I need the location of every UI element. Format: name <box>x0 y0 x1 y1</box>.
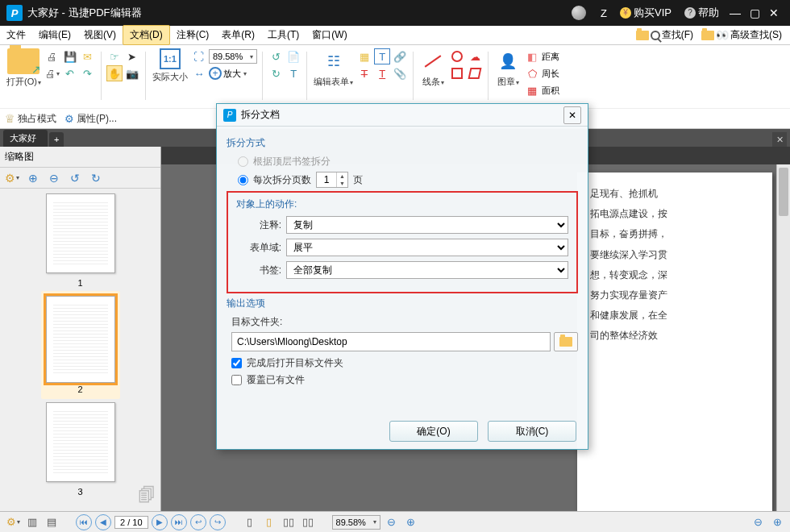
sb-zoom-in-icon[interactable]: ⊕ <box>403 514 419 530</box>
thumbnail-page[interactable] <box>46 193 115 273</box>
menu-form[interactable]: 表单(R) <box>215 26 261 44</box>
thumbnail-page[interactable] <box>46 296 115 383</box>
print-icon[interactable]: 🖨 <box>44 48 60 64</box>
save-icon[interactable]: 💾 <box>62 48 78 64</box>
area-label[interactable]: 面积 <box>542 85 559 97</box>
stamp-button[interactable]: 👤 图章▾ <box>493 48 522 88</box>
cancel-button[interactable]: 取消(C) <box>488 421 576 442</box>
spinner-up-icon[interactable]: ▲ <box>337 172 347 180</box>
attach-icon[interactable]: 📎 <box>392 65 408 81</box>
cursor-hand-icon[interactable]: ☞ <box>106 48 123 64</box>
first-page-button[interactable]: ⏮ <box>76 514 92 530</box>
forward-button[interactable]: ↪ <box>210 514 226 530</box>
status-options-icon[interactable]: ⚙▾ <box>5 514 21 530</box>
radio-per-pages-row[interactable]: 每次拆分页数 ▲▼ 页 <box>238 172 578 188</box>
polygon-icon[interactable] <box>467 65 483 81</box>
pages-spinner[interactable]: ▲▼ <box>316 172 348 188</box>
thumb-enlarge-icon[interactable]: ⊕ <box>24 169 42 187</box>
sb-view1-icon[interactable]: ▯ <box>242 514 258 530</box>
oval-icon[interactable] <box>449 48 465 64</box>
lines-button[interactable]: 线条▾ <box>418 48 447 88</box>
redo-icon[interactable]: ↷ <box>80 65 96 81</box>
thumbnail-page[interactable] <box>46 402 115 482</box>
globe-icon[interactable] <box>572 6 586 20</box>
print-dd-icon[interactable]: 🖨▾ <box>44 65 60 81</box>
link-icon[interactable]: 🔗 <box>392 48 408 64</box>
hand-tool-icon[interactable]: ✋ <box>106 65 123 81</box>
back-button[interactable]: ↩ <box>190 514 206 530</box>
doc-props-icon[interactable]: 📄 <box>285 48 301 64</box>
edit-form-button[interactable]: ☷ 编辑表单▾ <box>312 48 355 88</box>
buy-vip-button[interactable]: ¥购买VIP <box>620 6 672 20</box>
text-tool-icon[interactable]: T <box>285 65 301 81</box>
scrollbar-thumb[interactable] <box>779 168 788 216</box>
menu-document[interactable]: 文档(D) <box>123 25 170 45</box>
radio-per-pages[interactable] <box>238 175 248 185</box>
dest-folder-input[interactable] <box>231 332 551 351</box>
area-icon[interactable]: ▦ <box>524 82 540 98</box>
sb-view2-icon[interactable]: ▯ <box>261 514 277 530</box>
thumb-shrink-icon[interactable]: ⊖ <box>45 169 63 187</box>
fit-width-icon[interactable]: ↔ <box>191 65 207 81</box>
user-label[interactable]: Z <box>601 7 607 19</box>
advanced-find-button[interactable]: 👀高级查找(S) <box>698 27 785 44</box>
select-comment-action[interactable]: 复制 <box>286 216 568 234</box>
rect-icon[interactable] <box>449 65 465 81</box>
help-button[interactable]: ?帮助 <box>684 6 719 20</box>
sb-layout1-icon[interactable]: ▥ <box>24 514 40 530</box>
doc-tab-1[interactable]: 大家好 <box>3 130 48 147</box>
minimize-button[interactable]: — <box>726 6 745 19</box>
prev-page-button[interactable]: ◀ <box>95 514 111 530</box>
sb-zoom-out2-icon[interactable]: ⊖ <box>750 514 766 530</box>
perimeter-label[interactable]: 周长 <box>542 68 559 80</box>
ok-button[interactable]: 确定(O) <box>389 421 478 442</box>
sb-layout2-icon[interactable]: ▤ <box>44 514 60 530</box>
dialog-titlebar[interactable]: P 拆分文档 ✕ <box>217 104 588 127</box>
pdf-page[interactable]: 足现有、抢抓机 拓电源点建设，按 目标，奋勇拼搏， 要继续深入学习贯 想，转变观… <box>577 172 772 511</box>
exclusive-mode-button[interactable]: ♕独占模式 <box>5 112 56 126</box>
menu-edit[interactable]: 编辑(E) <box>32 26 77 44</box>
radio-top-bookmark-row[interactable]: 根据顶层书签拆分 <box>238 155 578 168</box>
eraser-icon[interactable]: ◧ <box>524 48 540 64</box>
cloud-icon[interactable]: ☁ <box>467 48 483 64</box>
email-icon[interactable]: ✉ <box>80 48 96 64</box>
sb-view4-icon[interactable]: ▯▯ <box>300 514 316 530</box>
sb-zoom-in2-icon[interactable]: ⊕ <box>769 514 785 530</box>
cursor-arrow-icon[interactable]: ➤ <box>124 48 140 64</box>
checkbox-overwrite[interactable] <box>231 375 242 385</box>
browse-folder-button[interactable] <box>554 332 578 351</box>
add-tab-button[interactable]: + <box>49 132 64 147</box>
menu-window[interactable]: 窗口(W) <box>306 26 353 44</box>
last-page-button[interactable]: ⏭ <box>171 514 187 530</box>
next-page-button[interactable]: ▶ <box>152 514 168 530</box>
maximize-button[interactable]: ▢ <box>745 6 764 19</box>
properties-button[interactable]: ⚙属性(P)... <box>64 112 117 126</box>
strikeout-icon[interactable]: T̶ <box>356 65 372 81</box>
thumb-rotate-cw-icon[interactable]: ↻ <box>87 169 105 187</box>
menu-comment[interactable]: 注释(C) <box>170 26 216 44</box>
vertical-scrollbar[interactable] <box>776 164 790 511</box>
sb-zoom-out-icon[interactable]: ⊖ <box>384 514 400 530</box>
rotate-ccw-icon[interactable]: ↺ <box>268 48 284 64</box>
sb-view3-icon[interactable]: ▯▯ <box>281 514 297 530</box>
select-form-action[interactable]: 展平 <box>286 239 568 256</box>
status-zoom-combo[interactable]: 89.58%▾ <box>332 515 380 530</box>
close-tab-button[interactable]: ✕ <box>772 132 787 147</box>
highlight-icon[interactable]: ▦ <box>356 48 372 64</box>
find-button[interactable]: 查找(F) <box>633 27 696 44</box>
pages-spinner-input[interactable] <box>317 174 336 185</box>
underline-icon[interactable]: T <box>374 65 390 81</box>
text-box-icon[interactable]: T <box>374 48 390 64</box>
snapshot-icon[interactable]: 📷 <box>124 65 140 81</box>
close-button[interactable]: ✕ <box>764 6 784 19</box>
actual-size-button[interactable]: 1:1 实际大小 <box>151 48 189 83</box>
thumb-options-icon[interactable]: ⚙▾ <box>3 169 21 187</box>
undo-icon[interactable]: ↶ <box>62 65 78 81</box>
fit-page-icon[interactable]: ⛶ <box>191 48 207 64</box>
thumb-rotate-ccw-icon[interactable]: ↺ <box>66 169 84 187</box>
open-button[interactable]: 打开(O)▾ <box>5 48 43 88</box>
zoom-combo[interactable]: 89.58%▾ <box>209 49 257 64</box>
menu-view[interactable]: 视图(V) <box>77 26 123 44</box>
distance-label[interactable]: 距离 <box>542 51 559 63</box>
page-indicator[interactable]: 2 / 10 <box>114 516 148 529</box>
